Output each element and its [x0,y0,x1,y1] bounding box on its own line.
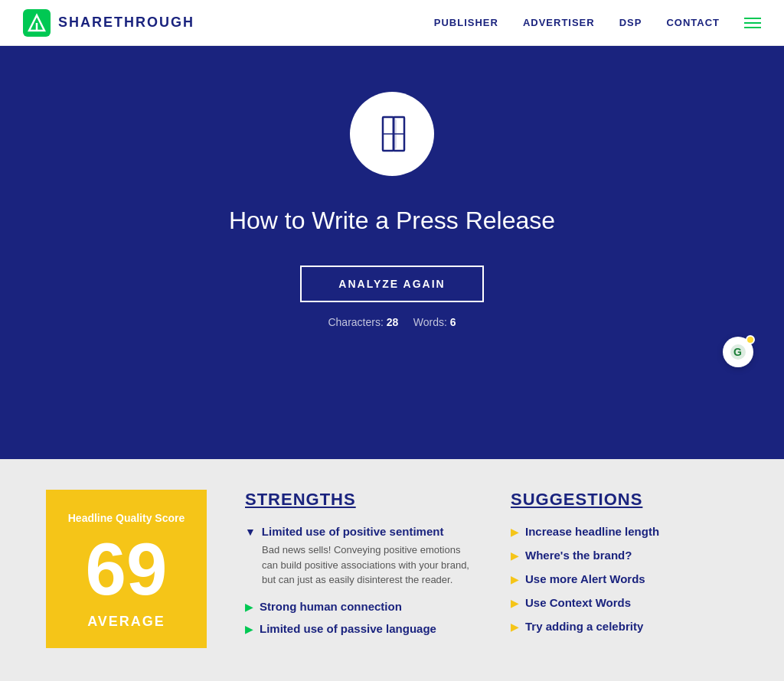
nav-dsp[interactable]: DSP [619,17,642,28]
hamburger-line-1 [744,18,761,19]
strength-item-3: ▶ Limited use of passive language [245,622,472,635]
suggestion-item-4: ▶ Use Context Words [511,596,738,609]
suggestion-text-4: Use Context Words [525,596,631,609]
score-number: 69 [86,533,168,606]
suggestion-text-3: Use more Alert Words [525,572,645,585]
hero-section: How to Write a Press Release ANALYZE AGA… [0,46,784,459]
hamburger-line-3 [744,27,761,28]
strength-main-1: ▼ Limited use of positive sentiment [245,525,472,538]
strength-arrow-down-icon: ▼ [245,526,256,538]
suggestion-text-2: Where's the brand? [525,549,632,562]
grammarly-icon: G [730,344,746,360]
suggestion-item-2: ▶ Where's the brand? [511,549,738,562]
logo-text: SHARETHROUGH [58,15,194,31]
grammarly-button[interactable]: G [723,337,753,367]
hero-logo-circle [350,92,434,176]
hero-stats: Characters: 28 Words: 6 [328,316,456,328]
suggestion-text-1: Increase headline length [525,525,659,538]
suggestion-text-5: Try adding a celebrity [525,620,643,633]
suggestion-item-1: ▶ Increase headline length [511,525,738,538]
strength-title-1: Limited use of positive sentiment [262,525,444,538]
nav-publisher[interactable]: PUBLISHER [434,17,498,28]
suggestions-section: SUGGESTIONS ▶ Increase headline length ▶… [511,490,738,644]
suggestion-item-5: ▶ Try adding a celebrity [511,620,738,633]
suggestion-arrow-icon-4: ▶ [511,597,519,609]
svg-marker-6 [394,117,397,151]
hamburger-menu[interactable] [744,18,761,28]
strength-arrow-right-icon-1: ▶ [245,601,253,613]
words-value: 6 [450,316,456,328]
nav-advertiser[interactable]: ADVERTISER [523,17,595,28]
score-card: Headline Quality Score 69 AVERAGE [46,490,207,648]
navbar: SHARETHROUGH PUBLISHER ADVERTISER DSP CO… [0,0,784,46]
logo[interactable]: SHARETHROUGH [23,9,194,37]
sharethrough-logo-icon [23,9,51,37]
suggestion-arrow-icon-2: ▶ [511,549,519,562]
strengths-title: STRENGTHS [245,490,472,510]
suggestion-arrow-icon-1: ▶ [511,526,519,538]
suggestion-arrow-icon-3: ▶ [511,573,519,585]
strengths-section: STRENGTHS ▼ Limited use of positive sent… [245,490,472,644]
words-label: Words: [413,316,447,328]
strength-item-2: ▶ Strong human connection [245,600,472,613]
hamburger-line-2 [744,22,761,24]
suggestion-item-3: ▶ Use more Alert Words [511,572,738,585]
results-section: Headline Quality Score 69 AVERAGE STRENG… [0,459,784,681]
characters-label: Characters: [328,316,383,328]
strength-arrow-right-icon-2: ▶ [245,623,253,635]
svg-text:G: G [733,346,742,358]
score-grade: AVERAGE [87,614,165,630]
grammarly-dot [746,335,755,344]
strength-title-3: Limited use of passive language [260,622,436,635]
characters-value: 28 [387,316,399,328]
nav-contact[interactable]: CONTACT [666,17,720,28]
strength-item-1: ▼ Limited use of positive sentiment Bad … [245,525,472,588]
hero-title: How to Write a Press Release [229,207,555,235]
suggestions-title: SUGGESTIONS [511,490,738,510]
suggestion-arrow-icon-5: ▶ [511,621,519,633]
strength-title-2: Strong human connection [260,600,402,613]
score-label: Headline Quality Score [68,511,185,525]
nav-links: PUBLISHER ADVERTISER DSP CONTACT [434,17,761,28]
hero-book-icon [368,109,417,159]
strength-desc-1: Bad news sells! Conveying positive emoti… [262,543,472,588]
analyze-again-button[interactable]: ANALYZE AGAIN [300,266,483,302]
